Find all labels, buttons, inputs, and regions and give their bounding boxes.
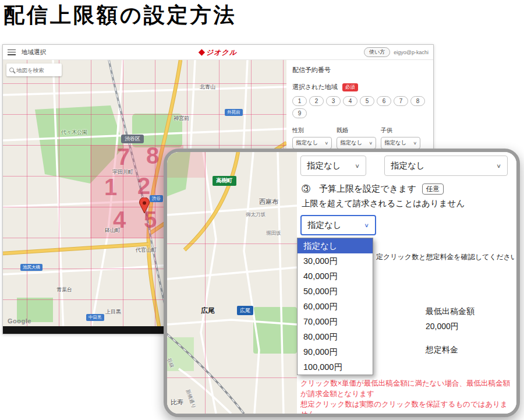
warning-line: 想定クリック数は実際のクリック数を保証するものではありません — [300, 400, 513, 414]
zoom-selected-region-highlight — [167, 152, 206, 178]
budget-option[interactable]: 50,000円 — [298, 284, 373, 299]
budget-option[interactable]: 100,000円 — [298, 359, 373, 375]
region-chip[interactable]: 8 — [410, 96, 425, 106]
budget-option-list: 指定なし 30,000円 40,000円 50,000円 60,000円 70,… — [297, 238, 373, 375]
map-label: 鉢山町 — [105, 227, 121, 234]
page-title: 配信上限額の設定方法 — [3, 1, 237, 30]
warning-line: クリック数×単価が最低出稿金額に満たない場合、最低出稿金額が請求金額となります — [300, 379, 513, 400]
highway-badge: 高樹町 — [213, 176, 236, 186]
region-chip[interactable]: 1 — [292, 96, 307, 106]
map-search — [6, 63, 62, 76]
region-chip[interactable]: 9 — [292, 108, 307, 118]
app-logo: ジオクル — [199, 45, 237, 60]
map-label: 青葉台 — [56, 286, 72, 294]
reservation-number-label: 配信予約番号 — [292, 66, 429, 75]
min-budget-label: 最低出稿金額 — [426, 306, 475, 317]
budget-step-title: ③ 予算上限を設定できます — [302, 183, 416, 195]
filter-gender: 性別 指定なし ∨ — [292, 126, 332, 149]
filter-label: 性別 — [292, 126, 332, 135]
zoom-map-canvas[interactable]: 高樹町 西麻布 御太刀坂 堀田坂 広尾 広尾 谷線 比寿 新橋通り — [167, 152, 297, 414]
map-label: 上目黒 — [105, 308, 121, 316]
estimated-fee-label: 想定料金 — [426, 345, 458, 355]
filter-children: 子供 指定なし ∨ — [381, 126, 420, 149]
filter-married: 既婚 指定なし ∨ — [337, 126, 376, 149]
region-chip[interactable]: 4 — [343, 96, 357, 106]
region-chip[interactable]: 7 — [394, 96, 408, 106]
map-label: 御太刀坂 — [246, 211, 265, 218]
topbar-right: 使い方 eigyo@p-kachi — [364, 47, 429, 57]
chevron-down-icon: ∨ — [413, 141, 417, 146]
chevron-down-icon: ∨ — [496, 163, 501, 169]
search-input[interactable] — [16, 67, 54, 73]
zoom-map-graphic — [167, 152, 297, 414]
app-topbar: 地域選択 ジオクル 使い方 eigyo@p-kachi — [3, 45, 433, 60]
children-select[interactable]: 指定なし ∨ — [381, 137, 420, 149]
region-chip[interactable]: 6 — [377, 96, 391, 106]
map-label: 代官山町 — [136, 246, 157, 254]
map-label: 宇田川町 — [112, 168, 133, 176]
budget-option[interactable]: 90,000円 — [298, 344, 373, 359]
gender-select[interactable]: 指定なし ∨ — [292, 137, 332, 149]
budget-select[interactable]: 指定なし ∨ — [300, 215, 376, 235]
account-email: eigyo@p-kachi — [394, 50, 429, 55]
children-select-value: 指定なし — [384, 139, 406, 147]
region-chip[interactable]: 2 — [309, 96, 324, 106]
budget-option[interactable]: 60,000円 — [298, 299, 373, 314]
budget-option[interactable]: 指定なし — [298, 238, 373, 253]
optional-badge: 任意 — [422, 183, 444, 195]
map-label: 広尾 — [201, 306, 215, 316]
budget-option[interactable]: 70,000円 — [298, 314, 373, 329]
chevron-down-icon: ∨ — [364, 222, 369, 228]
chevron-down-icon: ∨ — [369, 141, 373, 146]
region-chip-list: 1 2 3 4 5 6 7 8 9 — [292, 96, 427, 118]
zoom-settings-panel: 指定なし ∨ 指定なし ∨ ③ 予算上限を設定できます 任意 上限を超えて請求さ… — [297, 152, 516, 414]
page: 配信上限額の設定方法 地域選択 ジオクル 使い方 eigyo@p-kachi — [0, 0, 524, 420]
map-label: 代々木公園 — [61, 129, 87, 136]
search-icon — [9, 68, 14, 72]
occupation-select[interactable]: 指定なし ∨ — [384, 156, 508, 176]
station-badge: 池尻大橋 — [20, 264, 43, 271]
region-chip[interactable]: 5 — [360, 96, 374, 106]
map-label: 西麻布 — [259, 197, 278, 206]
chevron-down-icon: ∨ — [324, 141, 328, 146]
ward-badge: 渋谷区 — [121, 135, 144, 143]
logo-text: ジオクル — [206, 48, 237, 58]
budget-select-value: 指定なし — [307, 220, 342, 231]
map-label: 北青山 — [200, 83, 215, 91]
budget-step-title-row: ③ 予算上限を設定できます 任意 — [302, 183, 444, 195]
station-badge: 中目黒 — [86, 314, 104, 321]
filter-label: 子供 — [381, 126, 420, 135]
region-chip[interactable]: 3 — [326, 96, 341, 106]
chevron-down-icon: ∨ — [355, 163, 360, 169]
map-pin-icon — [139, 197, 150, 214]
logo-diamond-icon — [198, 49, 204, 55]
confirm-clicks-text: 定クリック数と想定料金を確認してください — [376, 252, 515, 262]
selected-region-label: 選択された地域 — [292, 83, 338, 91]
filter-label: 既婚 — [337, 126, 376, 135]
selected-region-row: 選択された地域 必須 — [292, 83, 429, 91]
warning-text-block: クリック数×単価が最低出稿金額に満たない場合、最低出稿金額が請求金額となります … — [300, 379, 513, 414]
age-select-value: 指定なし — [307, 160, 341, 171]
map-label: 堀田坂 — [266, 230, 281, 237]
region-select-label: 地域選択 — [22, 48, 46, 57]
budget-option[interactable]: 80,000円 — [298, 329, 373, 344]
station-badge: 渋谷 — [150, 195, 163, 202]
google-watermark: Google — [8, 317, 31, 324]
map-label: 比寿 — [171, 398, 183, 407]
map-label: 神宮前 — [174, 115, 189, 122]
occupation-select-value: 指定なし — [391, 160, 425, 171]
menu-icon[interactable] — [8, 50, 16, 55]
zoom-popup: 高樹町 西麻布 御太刀坂 堀田坂 広尾 広尾 谷線 比寿 新橋通り 指定なし ∨… — [164, 149, 520, 417]
married-select-value: 指定なし — [340, 139, 362, 147]
budget-option[interactable]: 40,000円 — [298, 269, 373, 284]
filters-row: 性別 指定なし ∨ 既婚 指定なし ∨ 子供 指定なし — [292, 126, 429, 149]
budget-option[interactable]: 30,000円 — [298, 253, 373, 269]
budget-note: 上限を超えて請求されることはありません — [302, 198, 465, 209]
age-select[interactable]: 指定なし ∨ — [300, 156, 366, 176]
gender-select-value: 指定なし — [296, 139, 318, 147]
station-badge: 外苑前 — [225, 109, 243, 116]
metro-station-badge: 広尾 — [237, 306, 253, 315]
help-button[interactable]: 使い方 — [364, 47, 390, 57]
min-budget-value: 20,000円 — [426, 322, 459, 332]
married-select[interactable]: 指定なし ∨ — [337, 137, 376, 149]
